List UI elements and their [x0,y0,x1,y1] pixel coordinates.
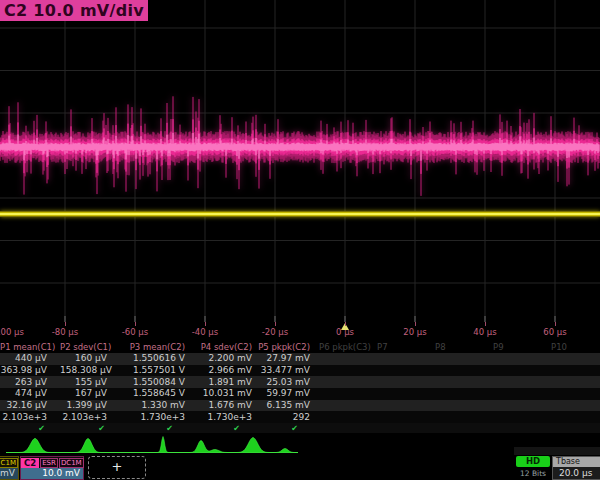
time-axis-label: -20 µs [262,327,288,337]
measure-stat-row: 2.103e+32.103e+31.730e+31.730e+3292 [0,411,600,423]
c2-coupling-row: C2 ESR DC1M [21,457,83,468]
param-value: 474 µV [0,388,60,399]
param-value: 32.16 µV [0,400,60,411]
param-value: 1.550084 V [120,377,188,388]
histicon-strip [0,432,600,455]
timebase-shelf [514,447,600,455]
param-value: 25.03 mV [255,377,313,388]
measure-stat-row: 440 µV160 µV1.550616 V2.200 mV27.97 mV [0,353,600,365]
param-value: 167 µV [60,388,120,399]
time-axis-tick [205,322,206,326]
param-value: 2.103e+3 [0,412,60,423]
time-axis-label: -80 µs [52,327,78,337]
time-axis-label: 40 µs [473,327,496,337]
c1-vdiv-value: 0 mV [0,468,18,479]
param-value: 1.676 mV [188,400,255,411]
time-axis-label: -100 µs [0,327,24,337]
time-axis-label: 60 µs [543,327,566,337]
param-header-p5[interactable]: P5 pkpk(C2) [255,342,313,353]
trace-info-badge: C2 10.0 mV/div [0,0,148,21]
param-value: 1.558645 V [120,388,188,399]
param-value: 1.330 mV [120,400,188,411]
param-value: 1.730e+3 [120,412,188,423]
param-value: 440 µV [0,353,60,364]
param-value: 292 [255,412,313,423]
param-header-p6[interactable]: P6 pkpk(C3) [313,342,371,353]
histicon-peaks [6,437,298,453]
param-value: 2.200 mV [188,353,255,364]
hd-mode-badge: HD [516,456,550,467]
timebase-value: 20.0 µs [553,467,600,479]
descriptor-bar: C1M 0 mV C2 ESR DC1M 10.0 mV + HD 12 Bit… [0,455,600,480]
param-value: 155 µV [60,377,120,388]
c1-coupling-row: C1M [0,457,18,468]
param-value: 2.966 mV [188,365,255,376]
time-axis-label: 20 µs [403,327,426,337]
time-axis-tick [415,322,416,326]
timebase-title: Tbase [553,457,600,467]
c2-eres-badge: ESR [40,458,58,468]
param-value: 27.97 mV [255,353,313,364]
param-value: 2.103e+3 [60,412,120,423]
channel-descriptor-c1[interactable]: C1M 0 mV [0,456,19,480]
param-header-p9[interactable]: P9 [487,342,545,353]
c2-vdiv-value: 10.0 mV [21,468,83,479]
c2-coupling-badge: DC1M [59,458,84,468]
param-value: 1.557501 V [120,365,188,376]
measurement-table: P1 mean(C1)P2 sdev(C1)P3 mean(C2)P4 sdev… [0,342,600,433]
measure-stat-row: 474 µV167 µV1.558645 V10.031 mV59.97 mV [0,388,600,400]
param-value: 1.550616 V [120,353,188,364]
add-trace-button[interactable]: + [88,456,146,479]
waveform-grid [0,0,600,322]
param-value: 160 µV [60,353,120,364]
time-axis-tick [135,322,136,326]
param-value: 363.98 µV [0,365,60,376]
param-value: 158.308 µV [60,365,120,376]
param-value: 1.730e+3 [188,412,255,423]
param-value: 59.97 mV [255,388,313,399]
c2-channel-tag: C2 [21,458,39,468]
hd-bits-label: 12 Bits [516,469,550,478]
param-value: 10.031 mV [188,388,255,399]
param-header-p10[interactable]: P10 [545,342,600,353]
time-axis-label: 0 µs [336,327,354,337]
time-axis-tick [275,322,276,326]
param-header-p7[interactable]: P7 [371,342,429,353]
measure-header-row: P1 mean(C1)P2 sdev(C1)P3 mean(C2)P4 sdev… [0,342,600,353]
measure-stat-row: 32.16 µV1.399 µV1.330 mV1.676 mV6.135 mV [0,400,600,412]
time-axis-label: -60 µs [122,327,148,337]
time-axis-tick [555,322,556,326]
param-value: 1.399 µV [60,400,120,411]
param-value: 1.891 mV [188,377,255,388]
param-header-p2[interactable]: P2 sdev(C1) [60,342,120,353]
channel-descriptor-c2[interactable]: C2 ESR DC1M 10.0 mV [20,456,84,480]
measure-stat-row: 263 µV155 µV1.550084 V1.891 mV25.03 mV [0,376,600,388]
param-header-p4[interactable]: P4 sdev(C2) [188,342,255,353]
param-header-p3[interactable]: P3 mean(C2) [120,342,188,353]
param-header-p1[interactable]: P1 mean(C1) [0,342,60,353]
time-axis-tick [345,322,346,326]
timebase-descriptor[interactable]: Tbase 20.0 µs [552,456,600,480]
oscilloscope-screen: C2 10.0 mV/div -100 µs-80 µs-60 µs-40 µs… [0,0,600,480]
c1-coupling-badge: C1M [0,458,18,468]
param-value: 33.477 mV [255,365,313,376]
time-axis-label: -40 µs [192,327,218,337]
measure-stat-row: 363.98 µV158.308 µV1.557501 V2.966 mV33.… [0,365,600,377]
param-value: 6.135 mV [255,400,313,411]
time-axis-tick [485,322,486,326]
param-header-p8[interactable]: P8 [429,342,487,353]
time-axis: -100 µs-80 µs-60 µs-40 µs-20 µs0 µs20 µs… [0,322,600,340]
c2-trace [0,96,599,196]
time-axis-tick [65,322,66,326]
param-value: 263 µV [0,377,60,388]
